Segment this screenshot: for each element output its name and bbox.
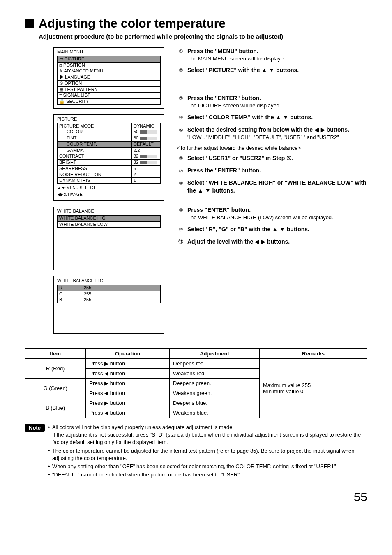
step-5-sub: "LOW", "MIDDLE", "HIGH", "DEFAULT", "USE… — [187, 134, 367, 141]
step-1-sub: The MAIN MENU screen will be displayed — [187, 55, 367, 63]
wbhigh-value: 255 — [82, 285, 161, 291]
picture-row-value: 50 — [132, 129, 161, 135]
menu-label: SIGNAL LIST — [63, 93, 90, 98]
adj-adj: Deepens green. — [169, 379, 259, 388]
osd-wb-title: WHITE BALANCE — [57, 209, 161, 214]
wbhigh-label: G — [58, 291, 82, 297]
step-4-title: Select "COLOR TEMP." with the ▲ ▼ button… — [187, 114, 367, 121]
value-bar — [140, 161, 157, 164]
wb-row: WHITE BALANCE HIGH — [58, 215, 161, 221]
th-operation: Operation — [86, 349, 170, 359]
step-number-3: ③ — [177, 94, 185, 102]
step-number-7: ⑦ — [177, 167, 185, 175]
value-bar — [140, 137, 157, 140]
step-3-title: Press the "ENTER" button. — [187, 94, 367, 102]
step-11-title: Adjust the level with the ◀ ▶ buttons. — [187, 238, 367, 246]
picture-row-value: 32 — [132, 160, 161, 166]
adj-adj: Weakens red. — [169, 369, 259, 379]
adj-op: Press ◀ button — [86, 369, 170, 379]
menu-icon: ⧈ — [59, 63, 63, 67]
step-9-sub: The WHITE BALANCE HIGH (LOW) screen will… — [187, 214, 367, 221]
wbhigh-label: B — [58, 297, 82, 303]
step-7-title: Press the "ENTER" button. — [187, 167, 367, 174]
step-9-title: Press "ENTER" button. — [187, 206, 367, 214]
menu-icon: 🗣 — [59, 74, 65, 79]
adj-item: R (Red) — [25, 359, 86, 379]
osd-main-title: MAIN MENU — [57, 49, 161, 55]
wbhigh-value: 255 — [82, 291, 161, 297]
main-menu-item: 🔒 SECURITY — [58, 99, 161, 105]
step-1-title: Press the "MENU" button. — [187, 47, 367, 55]
value-bar — [140, 130, 157, 134]
adj-op: Press ▶ button — [86, 359, 170, 369]
picture-row-label: NOISE REDUCTION — [58, 172, 132, 178]
note-item: •"DEFAULT" cannot be selected when the p… — [48, 471, 367, 478]
main-menu-item: ▦ TEST PATTERN — [58, 86, 161, 93]
adj-op: Press ◀ button — [86, 408, 170, 418]
picture-row-label: CONTRAST — [58, 153, 132, 160]
picture-row-value: 32 — [132, 153, 161, 160]
step-number-11: ⑪ — [177, 238, 185, 246]
step-number-10: ⑩ — [177, 225, 185, 234]
menu-label: ADVANCED MENU — [64, 68, 103, 73]
wbhigh-label: R — [58, 285, 82, 291]
adj-op: Press ▶ button — [86, 398, 170, 408]
main-menu-item: ⧈ POSITION — [58, 62, 161, 68]
menu-label: PICTURE — [65, 56, 84, 61]
step-number-1: ① — [177, 47, 185, 56]
picture-row-value: 1 — [132, 178, 161, 184]
step-number-4: ④ — [177, 114, 185, 122]
picture-row-value: 2.2 — [132, 147, 161, 153]
step-number-8: ⑧ — [177, 179, 185, 187]
step-8-title: Select "WHITE BALANCE HIGH" or "WHITE BA… — [187, 179, 367, 195]
menu-label: POSITION — [63, 63, 85, 67]
header-square-icon — [25, 19, 34, 28]
picture-row-label: DYNAMIC IRIS — [58, 178, 132, 184]
adj-item: G (Green) — [25, 379, 86, 398]
main-menu-item: ✎ ADVANCED MENU — [58, 68, 161, 74]
main-menu-item: ⚙ OPTION — [58, 80, 161, 86]
page-subtitle: Adjustment procedure (to be performed wh… — [39, 33, 367, 40]
osd-hint-change: ◀▶:CHANGE — [57, 192, 161, 197]
osd-main-menu: MAIN MENU ▭ PICTURE⧈ POSITION✎ ADVANCED … — [53, 47, 164, 109]
menu-label: TEST PATTERN — [65, 87, 98, 92]
note-block: Note •All colors will not be displayed p… — [25, 424, 367, 479]
step-number-2: ② — [177, 66, 185, 74]
note-item: •All colors will not be displayed proper… — [48, 424, 367, 446]
menu-icon: ▦ — [59, 87, 65, 92]
mid-note: <To further adjust toward the desired wh… — [177, 145, 367, 151]
picture-row-label: TINT — [58, 135, 132, 142]
th-adjustment: Adjustment — [169, 349, 259, 359]
picture-row-value: 6 — [132, 165, 161, 172]
adj-adj: Deepens blue. — [169, 398, 259, 408]
picture-row-label: BRIGHT — [58, 160, 132, 166]
menu-icon: ✎ — [59, 68, 64, 73]
picture-row-value: DEFAULT — [132, 141, 161, 147]
osd-wbhigh-title: WHITE BALANCE HIGH — [57, 278, 161, 284]
adj-item: B (Blue) — [25, 398, 86, 418]
picture-row-label: COLOR TEMP. — [58, 141, 132, 147]
note-label: Note — [25, 424, 45, 432]
menu-label: OPTION — [65, 81, 82, 86]
osd-picture: PICTURE PICTURE MODEDYNAMICCOLOR50TINT30… — [53, 114, 164, 201]
picture-row-label: PICTURE MODE — [58, 123, 132, 129]
adjustment-table: Item Operation Adjustment Remarks R (Red… — [25, 348, 367, 418]
picture-row-label: COLOR — [58, 129, 132, 135]
osd-white-balance-high: WHITE BALANCE HIGH R255G255B255 — [53, 276, 164, 334]
osd-white-balance: WHITE BALANCE WHITE BALANCE HIGHWHITE BA… — [53, 207, 164, 270]
menu-label: LANGUAGE — [65, 74, 90, 79]
adj-op: Press ▶ button — [86, 379, 170, 388]
menu-label: SECURITY — [66, 99, 89, 104]
wbhigh-value: 255 — [82, 297, 161, 303]
picture-row-label: GAMMA — [58, 147, 132, 153]
picture-row-label: SHARPNESS — [58, 165, 132, 172]
menu-icon: ▭ — [59, 56, 65, 61]
page-number: 55 — [25, 490, 367, 504]
step-number-5: ⑤ — [177, 126, 185, 134]
step-6-title: Select "USER1" or "USER2" in Step ⑤. — [187, 154, 367, 162]
th-item: Item — [25, 349, 86, 359]
adj-adj: Weakens blue. — [169, 408, 259, 418]
note-item: •The color temperature cannot be adjuste… — [48, 447, 367, 462]
step-5-title: Select the desired setting from below wi… — [187, 126, 367, 134]
value-bar — [140, 155, 157, 158]
